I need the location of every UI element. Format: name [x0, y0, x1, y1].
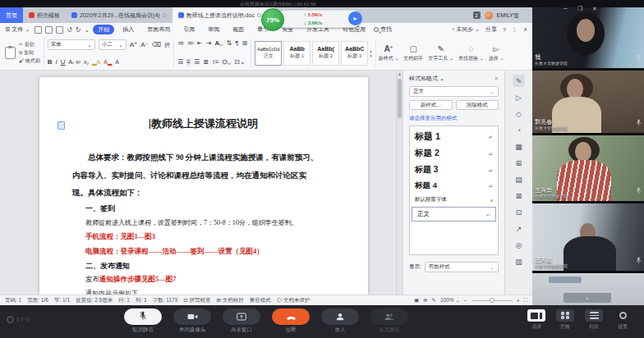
add-person-button[interactable]: 加人 — [319, 308, 361, 334]
new-style-button[interactable]: 𝐀⁺新样式 ⌄ — [376, 39, 402, 67]
italic-icon[interactable]: I — [55, 58, 57, 66]
tab-document-1[interactable]: 2020年2月29...在线视频会议(4) — [66, 7, 172, 23]
more-tools-icon[interactable]: ▥ — [513, 255, 525, 267]
doc-assistant-button[interactable]: ▢文档助手 — [401, 39, 426, 67]
bold-icon[interactable]: B — [48, 58, 53, 66]
tab-templates[interactable]: 稻壳模板 — [23, 7, 66, 23]
superscript-icon[interactable]: x² — [76, 58, 80, 66]
line-spacing-icon[interactable]: ↕≡ — [212, 58, 219, 66]
sort-icon[interactable]: ⇅ — [226, 39, 232, 48]
spellcheck-button[interactable]: ⊡ 拼写检查 — [183, 297, 210, 304]
show-marks-icon[interactable]: ¶ — [235, 39, 238, 48]
subscript-icon[interactable]: x₂ — [84, 58, 89, 66]
cloud-sync-status[interactable]: ◔ 未同步 ⌄ — [451, 25, 480, 34]
video-tile-self[interactable]: 我长春大学旅游学院 — [532, 7, 644, 68]
booster-icon[interactable]: ▸ — [348, 11, 362, 25]
account-name[interactable]: EMILY雷 — [497, 11, 520, 20]
grow-font-icon[interactable]: A⁺ — [130, 41, 138, 49]
outdent-icon[interactable]: ⇤ — [197, 39, 203, 48]
menu-tab-references[interactable]: 引用 — [178, 25, 200, 34]
style-item-body[interactable]: 正文↵ — [412, 207, 496, 222]
menu-tab-review[interactable]: 审阅 — [203, 25, 224, 34]
cut-button[interactable]: ✂ 剪切 — [19, 41, 40, 48]
menu-tab-insert[interactable]: 插入 — [117, 25, 139, 34]
align-left-icon[interactable]: ☰ — [177, 58, 183, 66]
hangup-button[interactable]: 挂断 — [269, 308, 312, 334]
zoom-slider[interactable] — [472, 300, 513, 301]
borders-icon[interactable]: ⊞ — [242, 39, 247, 48]
redo-icon[interactable]: ↻ — [76, 26, 81, 34]
unmute-button[interactable]: 取消静音 — [122, 308, 164, 334]
format-painter-button[interactable]: 🖌 格式刷 — [19, 57, 40, 65]
style-item-heading4[interactable]: 标题 4↵ — [410, 178, 498, 194]
print-icon[interactable] — [45, 26, 53, 34]
justify-icon[interactable]: ≣ — [203, 58, 209, 66]
fill-tool-icon[interactable]: ◔ — [513, 124, 525, 136]
strikethrough-icon[interactable]: A̶ — [68, 58, 72, 66]
phonetic-icon[interactable]: 拼 — [164, 41, 170, 49]
bullet-list-icon[interactable]: ≔ — [177, 39, 184, 48]
mic-icon[interactable] — [636, 183, 642, 198]
file-menu-button[interactable]: ☰ 文件 ⌄ — [5, 25, 30, 34]
document-page[interactable]: 教师线上授课流程说明 总体要求：教师按照线下 90 分钟上课流程实施授课，有课前… — [39, 77, 368, 295]
video-tile-partial[interactable]: ⌄ — [532, 273, 644, 305]
mic-icon[interactable] — [636, 50, 642, 65]
table-tool-icon[interactable]: ▦ — [513, 140, 525, 153]
copy-button[interactable]: ⧉ 复制 — [19, 49, 40, 57]
paste-button[interactable] — [5, 47, 16, 59]
underline-icon[interactable]: U — [61, 58, 66, 66]
web-view-icon[interactable]: ⊕ — [423, 297, 427, 304]
style-heading2[interactable]: AaBb(标题 2 — [312, 41, 339, 66]
style-normal[interactable]: AaBbCcDd正文 — [255, 41, 282, 66]
protect-status[interactable]: ◎ 文档未保护 — [277, 297, 310, 304]
document-area[interactable]: 教师线上授课流程说明 总体要求：教师按照线下 90 分钟上课流程实施授课，有课前… — [0, 71, 402, 295]
tab-document-2[interactable]: 教师线上授课流程说明.doc✕ — [172, 7, 274, 23]
zoom-level[interactable]: 100% ⌄ — [440, 297, 460, 304]
mic-icon[interactable] — [636, 115, 642, 130]
pin-icon[interactable] — [163, 13, 167, 17]
select-tool-icon[interactable]: ▷ — [513, 91, 525, 103]
current-style-select[interactable]: 正文⌄ — [409, 86, 499, 97]
more-icon[interactable]: ⌄ — [85, 26, 90, 34]
window-controls[interactable]: ─ ❒ ✕ — [564, 6, 601, 12]
speaker-view-button[interactable]: 演讲 — [526, 309, 547, 331]
memory-percent-badge[interactable]: 75% — [261, 8, 284, 31]
style-heading1[interactable]: AaBb标题 1 — [283, 41, 310, 66]
status-wordcount[interactable]: 字数: 1179 — [153, 297, 178, 304]
video-tile-participant[interactable]: 王兴华长春大学旅游学院 — [532, 135, 644, 201]
proofread-button[interactable]: ⊞ 文档校对 — [217, 297, 244, 304]
zoom-slider-knob[interactable] — [490, 298, 494, 303]
number-list-icon[interactable]: ≕ — [187, 39, 194, 48]
char-shading-icon[interactable]: A — [115, 58, 119, 66]
mic-icon[interactable] — [636, 253, 642, 267]
style-item-heading3[interactable]: 标题 3↵ — [410, 162, 498, 178]
share-window-button[interactable]: 共享窗口 — [220, 308, 263, 334]
quick-access-toolbar[interactable]: ↺ ↻ ⌄ — [34, 26, 90, 34]
tab-home[interactable]: 首页 — [0, 7, 23, 23]
chart-tool-icon[interactable]: ▤ — [513, 173, 525, 185]
message-count-badge[interactable]: 2 — [473, 11, 481, 19]
collapse-ribbon-icon[interactable]: ∧ — [523, 26, 527, 33]
zoom-in-icon[interactable]: + — [517, 298, 520, 304]
new-style-panel-button[interactable]: 新样式... — [409, 100, 453, 110]
font-name-combo[interactable]: 宋体⌄ — [48, 39, 95, 50]
scrollbar-thumb[interactable] — [398, 79, 402, 118]
select-button[interactable]: ▻选择 ⌄ — [486, 39, 507, 67]
grid-view-button[interactable]: 宫格 — [554, 309, 576, 331]
preview-icon[interactable] — [56, 26, 63, 34]
scroll-up-icon[interactable]: ▲ — [398, 71, 402, 76]
video-tile-participant[interactable]: 郭亮春长春大学旅游学院 — [532, 71, 644, 133]
search-button[interactable]: 查找 — [374, 25, 392, 34]
show-style-select[interactable]: 有效样式⌄ — [425, 262, 499, 272]
align-center-icon[interactable]: ≡ — [186, 58, 191, 66]
scroll-participants-button[interactable]: ⌄ — [564, 293, 611, 303]
shading-icon[interactable]: ⛭⌄ — [223, 58, 232, 66]
more-menu-icon[interactable]: ⋮ — [512, 26, 518, 33]
undo-icon[interactable]: ↺ — [67, 26, 72, 34]
avatar[interactable] — [485, 11, 493, 20]
zoom-out-icon[interactable]: − — [464, 298, 467, 304]
document-scrollbar[interactable]: ▲ — [396, 71, 402, 295]
menu-tab-layout[interactable]: 页面布局 — [142, 25, 175, 34]
style-item-heading2[interactable]: 标题 2↵ — [410, 145, 498, 162]
gallery-scroll[interactable]: ▴▾ — [370, 48, 372, 58]
